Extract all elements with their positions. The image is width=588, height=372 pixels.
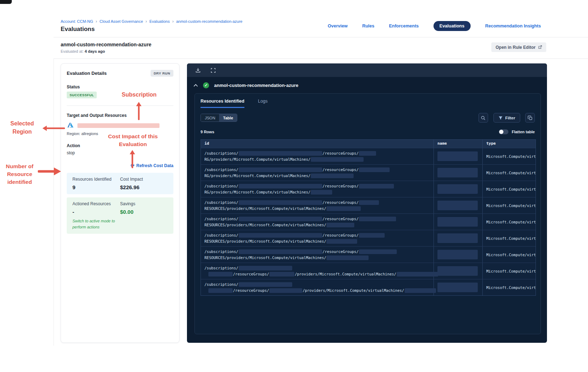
table-row[interactable]: /subscriptions//resourceGroups/RG/provid… bbox=[201, 148, 536, 164]
redacted-value bbox=[326, 239, 357, 244]
evaluation-details-card: Evaluation Details DRY RUN Status SUCCES… bbox=[61, 63, 179, 343]
status-badge: SUCCESSFUL bbox=[67, 92, 97, 98]
actioned-stats-box: Actioned Resources - Savings $0.00 Switc… bbox=[67, 197, 173, 234]
chevron-right-icon: › bbox=[146, 19, 147, 24]
open-rule-editor-button[interactable]: Open in Rule Editor bbox=[491, 42, 546, 52]
cost-impact-label: Cost Impact bbox=[120, 177, 168, 182]
actioned-resources-label: Actioned Resources bbox=[72, 201, 120, 206]
chevron-right-icon: › bbox=[96, 19, 97, 24]
breadcrumb-rule-name[interactable]: anmol-custom-recommendation-azure bbox=[176, 19, 243, 24]
column-header-name[interactable]: name bbox=[434, 140, 483, 148]
active-mode-note: Switch to active mode to perform actions bbox=[72, 218, 121, 230]
evaluated-at-value: 4 days ago bbox=[85, 49, 105, 53]
cell-type: Microsoft.Compute/virtu bbox=[483, 279, 536, 295]
top-nav: Overview Rules Enforcements Evaluations … bbox=[328, 14, 541, 37]
breadcrumb-account[interactable]: Account: CCM-NG bbox=[61, 19, 93, 24]
evaluation-result-header[interactable]: ✓ anmol-custom-recommendation-azure bbox=[187, 77, 547, 93]
tab-evaluations[interactable]: Evaluations bbox=[434, 21, 471, 31]
breadcrumb-governance[interactable]: Cloud Asset Governance bbox=[100, 19, 143, 24]
column-header-type[interactable]: type bbox=[483, 140, 536, 148]
copy-button[interactable] bbox=[525, 113, 535, 123]
redacted-value bbox=[239, 249, 322, 254]
table-row[interactable]: /subscriptions//resourceGroups//provider… bbox=[201, 279, 536, 295]
savings-value: $0.00 bbox=[120, 209, 168, 215]
selected-region-arrow bbox=[41, 125, 65, 132]
annotation-cost-impact: Cost Impact of this Evaluation bbox=[103, 133, 162, 148]
cell-type: Microsoft.Compute/virtu bbox=[483, 263, 536, 279]
download-icon bbox=[195, 67, 201, 73]
redacted-value bbox=[239, 184, 322, 188]
azure-icon bbox=[67, 122, 74, 129]
flatten-table-toggle[interactable] bbox=[499, 129, 508, 134]
cell-id: /subscriptions//resourceGroups/RESOURCES… bbox=[201, 247, 434, 263]
refresh-cost-data-label: Refresh Cost Data bbox=[136, 163, 173, 168]
tab-recommendation-insights[interactable]: Recommendation Insights bbox=[485, 24, 541, 29]
redacted-value bbox=[359, 151, 376, 156]
tab-enforcements[interactable]: Enforcements bbox=[389, 24, 419, 29]
view-json-option[interactable]: JSON bbox=[201, 114, 219, 122]
redacted-value bbox=[359, 217, 396, 221]
redacted-value bbox=[326, 206, 361, 211]
table-row[interactable]: /subscriptions//resourceGroups/RESOURCES… bbox=[201, 197, 536, 213]
table-row[interactable]: /subscriptions//resourceGroups/RESOURCES… bbox=[201, 213, 536, 230]
table-row[interactable]: /subscriptions//resourceGroups/RESOURCES… bbox=[201, 230, 536, 246]
redacted-value bbox=[311, 174, 354, 178]
resource-count-arrow bbox=[38, 166, 62, 176]
cell-id: /subscriptions//resourceGroups/RESOURCES… bbox=[201, 230, 434, 246]
redacted-value bbox=[397, 272, 438, 277]
cell-name bbox=[434, 279, 483, 295]
column-header-id[interactable]: id bbox=[201, 140, 434, 148]
table-row[interactable]: /subscriptions//resourceGroups/RG/provid… bbox=[201, 164, 536, 181]
refresh-cost-data-link[interactable]: ⟳ Refresh Cost Data bbox=[67, 163, 173, 168]
search-button[interactable] bbox=[478, 113, 488, 123]
redacted-value bbox=[326, 223, 354, 227]
redacted-value bbox=[437, 168, 478, 177]
breadcrumb-evaluations[interactable]: Evaluations bbox=[149, 19, 170, 24]
search-icon bbox=[481, 115, 486, 120]
results-toolbar bbox=[187, 63, 547, 77]
cell-id: /subscriptions//resourceGroups/RESOURCES… bbox=[201, 214, 434, 230]
redacted-value bbox=[269, 288, 302, 293]
cell-id: /subscriptions//resourceGroups//provider… bbox=[201, 279, 434, 295]
cell-type: Microsoft.Compute/virtu bbox=[483, 181, 536, 197]
fullscreen-button[interactable] bbox=[210, 67, 216, 73]
redacted-value bbox=[239, 167, 322, 172]
tab-rules[interactable]: Rules bbox=[362, 24, 374, 29]
redacted-value bbox=[359, 184, 394, 188]
tab-resources-identified[interactable]: Resources Identified bbox=[201, 99, 244, 108]
table-row[interactable]: /subscriptions//resourceGroups/RG/provid… bbox=[201, 181, 536, 197]
filter-button[interactable]: Filter bbox=[493, 113, 520, 123]
redacted-value bbox=[239, 266, 292, 270]
toggle-knob bbox=[499, 130, 503, 134]
redacted-value bbox=[359, 249, 397, 254]
savings-label: Savings bbox=[120, 201, 168, 206]
table-row[interactable]: /subscriptions//resourceGroups/RESOURCES… bbox=[201, 246, 536, 263]
redacted-value bbox=[437, 201, 478, 210]
annotation-selected-region: Selected Region bbox=[4, 120, 41, 136]
actioned-resources-value: - bbox=[72, 209, 120, 215]
page-title: Evaluations bbox=[61, 26, 95, 33]
cost-impact-arrow bbox=[128, 149, 136, 168]
content-left-divider bbox=[54, 14, 54, 346]
target-resources-label: Target and Output Resources bbox=[67, 113, 173, 118]
resources-table: id name type /subscriptions//resourceGro… bbox=[201, 139, 536, 296]
details-title: Evaluation Details bbox=[67, 71, 107, 76]
redacted-value bbox=[311, 157, 364, 162]
subscription-redacted-value bbox=[77, 123, 159, 128]
cell-name bbox=[434, 165, 483, 181]
tab-logs[interactable]: Logs bbox=[258, 99, 268, 108]
annotation-subscription: Subscription bbox=[111, 91, 168, 99]
chevron-up-icon[interactable] bbox=[193, 84, 198, 87]
download-button[interactable] bbox=[195, 67, 201, 73]
external-link-icon bbox=[538, 45, 542, 49]
table-row[interactable]: /subscriptions//resourceGroups//provider… bbox=[201, 263, 536, 279]
redacted-value bbox=[239, 151, 322, 156]
redacted-value bbox=[437, 233, 478, 243]
redacted-value bbox=[239, 200, 322, 205]
rows-count: 9 Rows bbox=[201, 130, 214, 134]
evaluation-name: anmol-custom-recommendation-azure bbox=[61, 42, 151, 47]
dry-run-badge: DRY RUN bbox=[151, 70, 173, 77]
view-table-option[interactable]: Table bbox=[219, 114, 237, 122]
cell-id: /subscriptions//resourceGroups/RG/provid… bbox=[201, 181, 434, 197]
tab-overview[interactable]: Overview bbox=[328, 24, 348, 29]
